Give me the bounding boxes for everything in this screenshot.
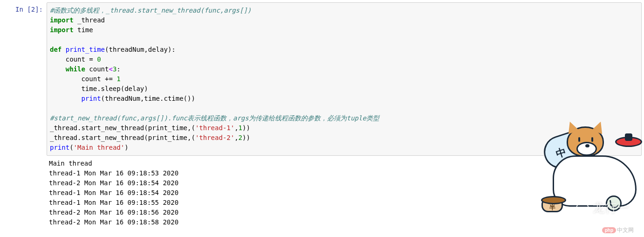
dog-muzzle-icon (576, 142, 597, 156)
code-function-name: print_time (66, 46, 105, 53)
gear-icon (625, 133, 632, 141)
wechat-icon (576, 202, 589, 214)
code-comment: #函数式的多线程，_thread.start_new_thread(func,a… (50, 7, 251, 14)
code-string: 'thread-2' (195, 134, 234, 141)
code-string: 'thread-1' (195, 124, 234, 132)
code-builtin: print (50, 144, 69, 151)
code-number: 2 (239, 134, 242, 141)
code-text: : (116, 65, 120, 73)
code-number: 0 (97, 56, 101, 63)
code-number: 1 (116, 75, 120, 83)
code-text: count = (50, 56, 97, 63)
code-text: _thread.start_new_thread(print_time,( (50, 124, 195, 132)
code-text: count (85, 65, 109, 73)
code-keyword: import (50, 16, 74, 24)
code-text (62, 46, 65, 53)
watermark-label: 龙行一 (593, 200, 629, 216)
code-text: (threadNum,time.ctime()) (101, 95, 195, 102)
code-string: 'Main thread' (74, 144, 125, 151)
code-text: )) (242, 124, 250, 132)
dog-eye-icon (578, 137, 580, 142)
code-keyword: import (50, 26, 74, 34)
dog-ear-left-icon (565, 120, 579, 134)
dog-eye-icon (591, 137, 593, 142)
code-text: , (234, 134, 238, 141)
badge-text: 中文网 (617, 226, 634, 230)
watermark: 龙行一 (576, 200, 629, 216)
code-text: count += (50, 75, 116, 83)
code-output: Main thread thread-1 Mon Mar 16 09:18:53… (47, 156, 642, 227)
code-input[interactable]: #函数式的多线程，_thread.start_new_thread(func,a… (47, 2, 642, 156)
dog-nose-icon (585, 144, 589, 147)
code-text: )) (242, 134, 250, 141)
code-number: 1 (239, 124, 242, 132)
notebook-cell: In [2]: #函数式的多线程，_thread.start_new_threa… (0, 0, 644, 230)
code-builtin: print (81, 95, 101, 102)
code-keyword: while (66, 65, 85, 73)
code-text: , (234, 124, 238, 132)
code-text (50, 95, 81, 102)
prompt-column: In [2]: (2, 2, 47, 227)
output-line: thread-2 Mon Mar 16 09:18:54 2020 (49, 179, 178, 187)
output-line: thread-1 Mon Mar 16 09:18:55 2020 (49, 199, 178, 206)
site-badge: php 中文网 (602, 226, 634, 230)
code-text: ( (69, 144, 73, 151)
output-line: thread-1 Mon Mar 16 09:18:54 2020 (49, 189, 178, 196)
dog-ear-right-icon (592, 120, 606, 134)
code-text: time (74, 26, 93, 34)
badge-pill: php (602, 227, 616, 230)
code-keyword: def (50, 46, 62, 53)
output-line: thread-1 Mon Mar 16 09:18:53 2020 (49, 169, 178, 177)
output-line: thread-2 Mon Mar 16 09:18:56 2020 (49, 209, 178, 216)
gear-disc-icon (615, 137, 642, 147)
output-line: Main thread (49, 160, 92, 167)
code-text: time.sleep(delay) (50, 85, 148, 92)
code-text: _thread.start_new_thread(print_time,( (50, 134, 195, 141)
input-prompt: In [2]: (15, 6, 43, 13)
code-text (50, 65, 66, 73)
code-comment: #start_new_thread(func,args[]).func表示线程函… (50, 114, 379, 122)
dog-head-icon (567, 126, 604, 157)
code-operator: < (109, 65, 112, 73)
content-column: #函数式的多线程，_thread.start_new_thread(func,a… (47, 2, 642, 227)
code-text: _thread (74, 16, 105, 24)
code-text: (threadNum,delay): (105, 46, 176, 53)
output-line: thread-2 Mon Mar 16 09:18:58 2020 (49, 218, 178, 226)
code-text: ) (124, 144, 128, 151)
